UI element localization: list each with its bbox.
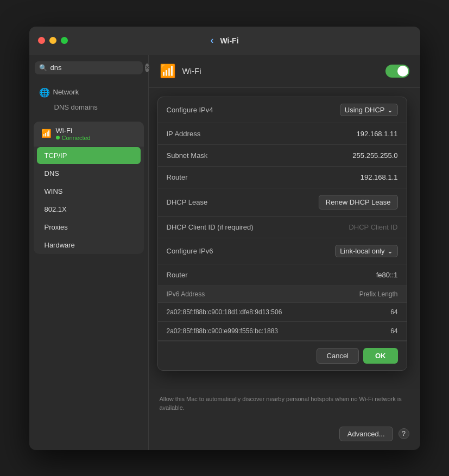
dhcp-client-id-row: DHCP Client ID (if required) DHCP Client… <box>158 217 407 238</box>
close-button[interactable] <box>38 37 45 44</box>
content-wrapper: 📶 Wi-Fi Configure IPv4 U <box>149 55 420 450</box>
configure-ipv6-row: Configure IPv6 Link-local only ⌄ <box>158 238 407 264</box>
window-title: Wi-Fi <box>220 36 238 45</box>
search-icon: 🔍 <box>39 64 47 72</box>
main-window: ‹ Wi-Fi 🔍 ✕ 🌐 Network DNS domains <box>29 27 420 450</box>
router-value: 192.168.1.1 <box>267 167 407 188</box>
router-label: Router <box>158 167 267 188</box>
configure-ipv6-label: Configure IPv6 <box>158 240 267 262</box>
router-ipv6-row: Router fe80::1 <box>158 264 407 286</box>
dhcp-client-id-label: DHCP Client ID (if required) <box>158 217 267 238</box>
ip-address-row: IP Address 192.168.1.11 <box>158 123 407 145</box>
subnet-mask-value: 255.255.255.0 <box>267 145 407 166</box>
nav-item-dns[interactable]: DNS <box>37 165 141 182</box>
nav-item-proxies[interactable]: Proxies <box>37 219 141 236</box>
dropdown-chevron-icon: ⌄ <box>387 106 393 114</box>
wifi-header-icon: 📶 <box>160 64 176 79</box>
configure-ipv4-row: Configure IPv4 Using DHCP ⌄ <box>158 97 407 123</box>
router-ipv6-value: fe80::1 <box>267 264 407 285</box>
wifi-header-row: 📶 Wi-Fi <box>149 55 420 88</box>
search-bar: 🔍 ✕ <box>35 61 143 74</box>
wifi-header-label: Wi-Fi <box>182 66 379 75</box>
ipv6-address-1: 2a02:85f:f88b:c900:e999:f556:bc:1883 <box>158 322 352 340</box>
dhcp-lease-value: Renew DHCP Lease <box>267 188 407 216</box>
nav-item-tcpip[interactable]: TCP/IP <box>37 147 141 164</box>
nav-item-8021x[interactable]: 802.1X <box>37 201 141 218</box>
sheet-actions: Cancel OK <box>158 341 407 370</box>
dropdown-chevron-ipv6-icon: ⌄ <box>387 247 393 255</box>
main-layout: 🔍 ✕ 🌐 Network DNS domains 📶 Wi-Fi <box>29 55 420 450</box>
bottom-actions: Advanced... ? <box>149 421 420 450</box>
router-row: Router 192.168.1.1 <box>158 167 407 188</box>
cancel-button[interactable]: Cancel <box>317 348 359 364</box>
wifi-icon: 📶 <box>41 129 52 138</box>
minimize-button[interactable] <box>49 37 56 44</box>
ipv6-row-0: 2a02:85f:f88b:c900:18d1:dfe8:9d13:506 64 <box>158 303 407 322</box>
titlebar: ‹ Wi-Fi <box>29 27 420 55</box>
status-dot <box>56 136 60 139</box>
sidebar-item-wifi[interactable]: 📶 Wi-Fi Connected <box>34 122 144 147</box>
dhcp-client-id-value: DHCP Client ID <box>267 217 407 238</box>
ipv6-address-0: 2a02:85f:f88b:c900:18d1:dfe8:9d13:506 <box>158 303 352 321</box>
ip-address-label: IP Address <box>158 123 267 144</box>
sheet-container: Configure IPv4 Using DHCP ⌄ IP Address <box>149 88 420 389</box>
content-footer: Allow this Mac to automatically discover… <box>149 389 420 421</box>
configure-ipv4-label: Configure IPv4 <box>158 99 267 120</box>
ok-button[interactable]: OK <box>363 348 398 364</box>
traffic-lights <box>38 37 68 44</box>
configure-ipv6-dropdown[interactable]: Link-local only ⌄ <box>335 245 397 257</box>
sidebar-category-network: 🌐 Network <box>35 84 143 100</box>
subnet-mask-label: Subnet Mask <box>158 145 267 166</box>
nav-item-hardware[interactable]: Hardware <box>37 237 141 253</box>
tcpip-sheet: Configure IPv4 Using DHCP ⌄ IP Address <box>157 97 407 371</box>
wifi-status-label: Connected <box>56 135 91 141</box>
sidebar-network-section: 🌐 Network DNS domains <box>29 81 148 117</box>
nav-item-wins[interactable]: WINS <box>37 183 141 200</box>
content-area: 📶 Wi-Fi Configure IPv4 U <box>149 55 420 450</box>
dhcp-lease-label: DHCP Lease <box>158 192 267 213</box>
advanced-button[interactable]: Advanced... <box>339 427 393 441</box>
titlebar-title: ‹ Wi-Fi <box>210 35 238 46</box>
wifi-toggle[interactable] <box>385 65 409 78</box>
back-button[interactable]: ‹ <box>210 35 213 46</box>
ipv6-row-1: 2a02:85f:f88b:c900:e999:f556:bc:1883 64 <box>158 322 407 341</box>
configure-ipv4-dropdown[interactable]: Using DHCP ⌄ <box>340 104 398 116</box>
ipv6-prefix-header: Prefix Length <box>351 286 407 302</box>
search-input[interactable] <box>50 64 142 72</box>
network-icon: 🌐 <box>39 87 49 97</box>
configure-ipv6-value: Link-local only ⌄ <box>267 238 407 264</box>
ipv6-prefix-0: 64 <box>352 303 407 321</box>
help-button[interactable]: ? <box>399 428 409 439</box>
sub-nav-list: TCP/IP DNS WINS 802.1X Proxies Hardware <box>34 147 144 254</box>
dhcp-lease-row: DHCP Lease Renew DHCP Lease <box>158 188 407 217</box>
subnet-mask-row: Subnet Mask 255.255.255.0 <box>158 145 407 167</box>
configure-ipv4-value: Using DHCP ⌄ <box>267 97 407 123</box>
ipv6-table-header: IPv6 Address Prefix Length <box>158 286 407 303</box>
maximize-button[interactable] <box>61 37 68 44</box>
ip-address-value: 192.168.1.11 <box>267 123 407 144</box>
ipv6-address-header: IPv6 Address <box>158 286 214 302</box>
sidebar: 🔍 ✕ 🌐 Network DNS domains 📶 Wi-Fi <box>29 55 149 450</box>
sidebar-item-dns-domains[interactable]: DNS domains <box>35 100 143 114</box>
ipv6-prefix-1: 64 <box>352 322 407 340</box>
wifi-sub-panel: 📶 Wi-Fi Connected TCP/IP DNS WINS 802.1X <box>34 122 144 254</box>
wifi-item-text: Wi-Fi Connected <box>56 126 91 141</box>
sidebar-category-label: Network <box>53 88 79 96</box>
renew-dhcp-button[interactable]: Renew DHCP Lease <box>319 195 398 210</box>
router-ipv6-label: Router <box>158 264 267 285</box>
toggle-knob <box>397 66 408 77</box>
wifi-name-label: Wi-Fi <box>56 126 91 135</box>
